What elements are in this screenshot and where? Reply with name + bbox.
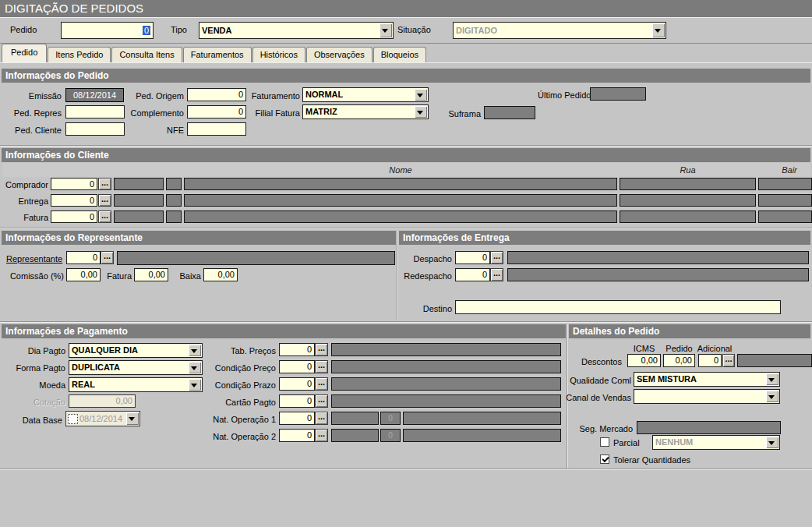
pedido-input[interactable]: 0 xyxy=(61,22,154,39)
representante-label[interactable]: Representante xyxy=(6,253,65,264)
condicao-preco-input[interactable]: 0 xyxy=(279,360,315,373)
nat-operacao2-sub-field: 0 xyxy=(380,429,401,442)
descontos-pedido-input[interactable]: 0,00 xyxy=(663,354,695,367)
entrega-browse-button[interactable]: ... xyxy=(98,194,111,207)
baixa-label: Baixa xyxy=(173,271,201,281)
tipo-select[interactable]: VENDA xyxy=(199,22,394,39)
tab-consulta-itens[interactable]: Consulta Itens xyxy=(111,47,182,62)
ped-cliente-input[interactable] xyxy=(65,122,125,136)
situacao-select[interactable]: DIGITADO xyxy=(453,22,666,39)
nat-operacao2-browse-button[interactable]: ... xyxy=(315,429,328,442)
chevron-down-icon[interactable] xyxy=(415,89,427,101)
nat-operacao2-code-field xyxy=(331,429,379,442)
section-entrega-header: Informações de Entrega xyxy=(399,231,810,245)
tab-itens-pedido[interactable]: Itens Pedido xyxy=(48,47,111,62)
moeda-select[interactable]: REAL xyxy=(69,377,203,392)
tab-historicos[interactable]: Históricos xyxy=(252,47,305,62)
chevron-down-icon[interactable] xyxy=(652,23,665,37)
comissao-input[interactable]: 0,00 xyxy=(66,268,101,281)
descontos-browse-button[interactable]: ... xyxy=(722,354,735,367)
destino-input[interactable] xyxy=(455,300,781,314)
chevron-down-icon[interactable] xyxy=(126,412,139,425)
ped-repres-input[interactable] xyxy=(65,105,125,118)
comprador-nome-field xyxy=(184,178,617,190)
redespacho-browse-button[interactable]: ... xyxy=(490,268,503,281)
faturamento-value: NORMAL xyxy=(305,90,343,99)
descontos-label: Descontos xyxy=(575,356,622,367)
condicao-prazo-input[interactable]: 0 xyxy=(279,377,315,391)
filial-fatura-select[interactable]: MATRIZ xyxy=(302,104,429,119)
fatura-browse-button[interactable]: ... xyxy=(98,210,111,223)
chevron-down-icon[interactable] xyxy=(766,373,778,385)
comprador-browse-button[interactable]: ... xyxy=(98,178,111,190)
ped-repres-label: Ped. Repres xyxy=(0,108,62,118)
despacho-browse-button[interactable]: ... xyxy=(490,251,503,264)
baixa-input[interactable]: 0,00 xyxy=(203,268,238,281)
entrega-small-field xyxy=(166,194,182,207)
cartao-pagto-input[interactable]: 0 xyxy=(279,394,315,408)
nat-operacao1-code-field xyxy=(331,412,379,425)
tab-bloqueios[interactable]: Bloqueios xyxy=(373,47,426,62)
tab-precos-input[interactable]: 0 xyxy=(279,343,315,356)
section-detalhes-header: Detalhes do Pedido xyxy=(569,324,810,338)
fatura-label: Fatura xyxy=(0,212,48,223)
forma-pagto-label: Forma Pagto xyxy=(0,363,65,373)
data-base-field[interactable]: 08/12/2014 xyxy=(65,411,140,426)
nfe-input[interactable] xyxy=(187,122,246,136)
chevron-down-icon[interactable] xyxy=(766,437,778,448)
entrega-rua-field xyxy=(620,194,756,207)
tab-observacoes[interactable]: Observações xyxy=(306,47,372,62)
col-pedido: Pedido xyxy=(663,343,695,354)
tab-faturamentos[interactable]: Faturamentos xyxy=(183,47,252,62)
forma-pagto-select[interactable]: DUPLICATA xyxy=(69,360,203,375)
despacho-input[interactable]: 0 xyxy=(455,251,490,264)
fatura-small-field xyxy=(166,210,182,223)
chevron-down-icon[interactable] xyxy=(415,106,427,118)
tipo-label: Tipo xyxy=(171,24,187,35)
tolerar-checkbox[interactable] xyxy=(600,454,609,464)
entrega-code-field xyxy=(114,194,164,207)
tab-precos-browse-button[interactable]: ... xyxy=(315,343,328,356)
nat-operacao2-label: Nat. Operação 2 xyxy=(187,431,276,442)
comprador-input[interactable]: 0 xyxy=(51,178,97,190)
entrega-bairro-field xyxy=(758,194,812,207)
comprador-code-field xyxy=(114,178,164,190)
parcial-select[interactable]: NENHUM xyxy=(652,435,780,450)
parcial-value: NENHUM xyxy=(655,437,693,447)
fatura-rua-field xyxy=(620,210,756,223)
descontos-field xyxy=(737,354,812,367)
descontos-adicional-input[interactable]: 0 xyxy=(698,354,722,367)
divider xyxy=(0,228,812,229)
nat-operacao1-browse-button[interactable]: ... xyxy=(315,412,328,425)
representante-input[interactable]: 0 xyxy=(66,251,101,264)
tab-pedido[interactable]: Pedido xyxy=(2,44,47,62)
nat-operacao1-input[interactable]: 0 xyxy=(279,412,315,425)
faturamento-select[interactable]: NORMAL xyxy=(302,87,429,102)
divider xyxy=(0,146,812,147)
chevron-down-icon[interactable] xyxy=(766,391,778,402)
parcial-checkbox[interactable] xyxy=(600,437,609,447)
redespacho-input[interactable]: 0 xyxy=(455,268,490,281)
dia-pagto-select[interactable]: QUALQUER DIA xyxy=(69,343,203,358)
parcial-label: Parcial xyxy=(613,437,649,448)
condicao-preco-browse-button[interactable]: ... xyxy=(315,360,328,373)
cartao-pagto-browse-button[interactable]: ... xyxy=(315,394,328,408)
descontos-icms-input[interactable]: 0,00 xyxy=(627,354,661,367)
qualidade-select[interactable]: SEM MISTURA xyxy=(634,372,780,387)
fatura-input[interactable]: 0 xyxy=(51,210,97,223)
condicao-prazo-browse-button[interactable]: ... xyxy=(315,377,328,391)
repr-fatura-input[interactable]: 0,00 xyxy=(134,268,168,281)
col-icms: ICMS xyxy=(627,343,661,354)
chevron-down-icon[interactable] xyxy=(380,23,392,37)
canal-vendas-select[interactable] xyxy=(634,389,780,404)
suframa-label: Suframa xyxy=(436,108,481,119)
representante-browse-button[interactable]: ... xyxy=(101,251,114,264)
entrega-input[interactable]: 0 xyxy=(51,194,97,207)
section-representante-header: Informações do Representante xyxy=(2,231,396,245)
condicao-preco-field xyxy=(331,360,561,373)
condicao-preco-label: Condição Preço xyxy=(187,363,276,373)
date-checkbox[interactable] xyxy=(68,414,78,424)
fatura-code-field xyxy=(114,210,164,223)
nat-operacao2-input[interactable]: 0 xyxy=(279,429,315,442)
situacao-value: DIGITADO xyxy=(456,26,497,35)
